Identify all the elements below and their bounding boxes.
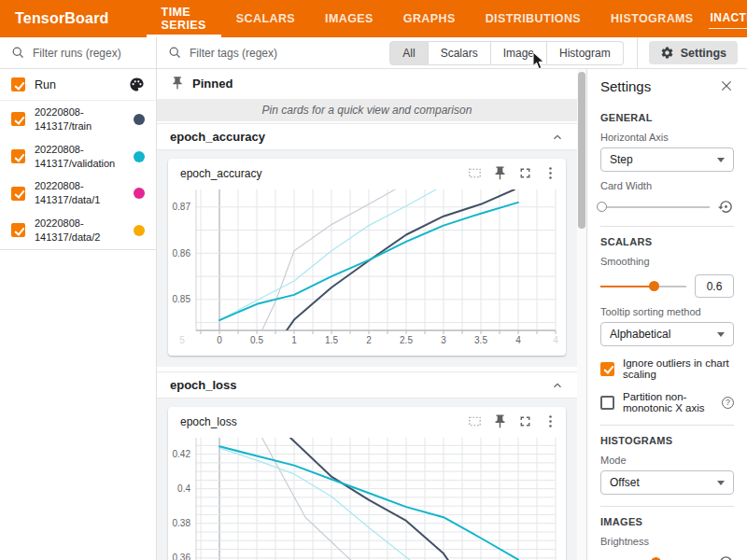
- run-checkbox[interactable]: [11, 187, 25, 201]
- svg-text:0.85: 0.85: [173, 294, 191, 304]
- run-row-validation[interactable]: 20220808-141317/validation: [0, 138, 156, 175]
- brightness-slider[interactable]: [600, 556, 710, 560]
- tab-time-series[interactable]: TIME SERIES: [147, 0, 221, 37]
- svg-text:3: 3: [441, 335, 446, 345]
- pinned-title: Pinned: [192, 77, 233, 91]
- section-body-epoch-loss: epoch_loss 00.511.522.533.540.360.380.40…: [157, 399, 577, 560]
- app-bar: TensorBoard TIME SERIES SCALARS IMAGES G…: [0, 0, 747, 37]
- pinned-header: Pinned: [157, 69, 577, 97]
- vertical-scrollbar[interactable]: [577, 69, 586, 560]
- svg-text:0.5: 0.5: [250, 335, 263, 345]
- more-options-icon[interactable]: [543, 165, 558, 181]
- settings-section-general: GENERAL Horizontal Axis Step Card Width: [600, 103, 734, 226]
- filter-tags-input[interactable]: Filter tags (regex): [168, 46, 389, 60]
- search-icon: [168, 46, 182, 60]
- svg-text:1: 1: [291, 335, 297, 345]
- more-options-icon[interactable]: [543, 413, 558, 429]
- card-title: epoch_loss: [180, 415, 237, 428]
- search-icon: [11, 46, 25, 60]
- histogram-mode-select[interactable]: Offset: [600, 470, 734, 495]
- scrollbar-thumb[interactable]: [578, 72, 585, 229]
- run-checkbox[interactable]: [11, 112, 25, 126]
- section-header-epoch-accuracy[interactable]: epoch_accuracy: [157, 123, 577, 150]
- tab-histograms[interactable]: HISTOGRAMS: [596, 0, 709, 37]
- tooltip-sorting-select[interactable]: Alphabetical: [600, 322, 734, 346]
- smoothing-slider[interactable]: [600, 280, 686, 293]
- reset-icon[interactable]: [718, 199, 734, 215]
- svg-text:0.38: 0.38: [173, 518, 191, 528]
- chevron-up-icon[interactable]: [551, 379, 564, 392]
- pin-icon[interactable]: [492, 165, 508, 181]
- filter-tags-placeholder: Filter tags (regex): [190, 47, 277, 60]
- svg-text:5: 5: [179, 335, 185, 345]
- tab-graphs[interactable]: GRAPHS: [388, 0, 471, 37]
- run-name: 20220808-141317/data/1: [35, 179, 117, 207]
- svg-text:4: 4: [553, 335, 558, 345]
- tab-distributions[interactable]: DISTRIBUTIONS: [471, 0, 596, 37]
- card-title: epoch_accuracy: [180, 167, 261, 180]
- tag-filter-group: All Scalars Image Histogram: [389, 41, 623, 65]
- close-icon[interactable]: [719, 78, 734, 93]
- reset-icon[interactable]: [718, 554, 734, 560]
- palette-icon[interactable]: [129, 77, 145, 92]
- data-domain-icon[interactable]: [467, 165, 483, 181]
- settings-button[interactable]: Settings: [649, 41, 738, 64]
- settings-panel-title: Settings: [600, 78, 651, 94]
- gear-icon: [660, 46, 674, 60]
- run-master-checkbox[interactable]: [11, 77, 25, 91]
- run-row-data1[interactable]: 20220808-141317/data/1: [0, 175, 156, 212]
- run-checkbox[interactable]: [11, 149, 25, 163]
- filter-all-button[interactable]: All: [389, 41, 428, 65]
- epoch-accuracy-chart[interactable]: 500.511.522.533.5440.850.860.87: [168, 185, 566, 348]
- run-name: 20220808-141317/train: [35, 105, 117, 133]
- reload-status-dropdown[interactable]: INACTIVE: [709, 8, 747, 29]
- divider: [637, 37, 638, 69]
- horizontal-axis-select[interactable]: Step: [600, 147, 734, 172]
- chevron-up-icon[interactable]: [551, 131, 564, 144]
- data-domain-icon[interactable]: [467, 413, 483, 429]
- pin-hint-bar: Pin cards for a quick view and compariso…: [157, 99, 577, 121]
- cards-area: Pinned Pin cards for a quick view and co…: [157, 69, 577, 560]
- section-header-epoch-loss[interactable]: epoch_loss: [157, 371, 577, 399]
- run-row-train[interactable]: 20220808-141317/train: [0, 101, 156, 138]
- chevron-down-icon: [717, 332, 725, 337]
- filter-image-button[interactable]: Image: [491, 41, 547, 65]
- pin-icon: [170, 76, 185, 91]
- run-checkbox[interactable]: [11, 223, 25, 237]
- pin-icon[interactable]: [492, 413, 508, 429]
- filter-runs-input[interactable]: Filter runs (regex): [0, 37, 156, 69]
- run-color-dot: [134, 114, 145, 125]
- run-name: 20220808-141317/validation: [35, 143, 117, 171]
- scalar-card-epoch-loss: epoch_loss 00.511.522.533.540.360.380.40…: [168, 407, 566, 560]
- partition-x-axis-checkbox[interactable]: [600, 396, 614, 410]
- card-width-slider[interactable]: [600, 201, 710, 214]
- svg-text:0.42: 0.42: [173, 449, 191, 459]
- top-nav-tabs: TIME SERIES SCALARS IMAGES GRAPHS DISTRI…: [147, 0, 709, 37]
- smoothing-value-input[interactable]: 0.6: [695, 274, 734, 298]
- section-body-epoch-accuracy: epoch_accuracy 500.511.522.533.5440.850.…: [157, 150, 577, 367]
- settings-section-scalars: SCALARS Smoothing 0.6 Tooltip sorting me…: [600, 226, 734, 425]
- chevron-down-icon: [717, 158, 725, 162]
- svg-text:0.87: 0.87: [173, 202, 191, 212]
- epoch-loss-chart[interactable]: 00.511.522.533.540.360.380.40.42: [168, 433, 566, 560]
- filter-histogram-button[interactable]: Histogram: [547, 41, 624, 65]
- tab-images[interactable]: IMAGES: [310, 0, 388, 37]
- filter-runs-placeholder: Filter runs (regex): [33, 47, 121, 60]
- tab-scalars[interactable]: SCALARS: [221, 0, 310, 37]
- help-icon[interactable]: ?: [722, 397, 734, 409]
- run-color-dot: [134, 188, 145, 199]
- settings-button-label: Settings: [681, 47, 726, 60]
- svg-text:0.86: 0.86: [173, 248, 191, 259]
- svg-text:0: 0: [217, 335, 222, 345]
- fullscreen-icon[interactable]: [517, 413, 533, 429]
- run-master-row: Run: [0, 69, 156, 101]
- svg-text:1.5: 1.5: [325, 335, 338, 345]
- run-row-data2[interactable]: 20220808-141317/data/2: [0, 212, 156, 249]
- ignore-outliers-checkbox[interactable]: [600, 362, 614, 376]
- scalar-card-epoch-accuracy: epoch_accuracy 500.511.522.533.5440.850.…: [168, 159, 566, 356]
- svg-text:4: 4: [515, 335, 521, 345]
- runs-list: 20220808-141317/train 20220808-141317/va…: [0, 101, 156, 250]
- run-color-dot: [134, 151, 145, 162]
- filter-scalars-button[interactable]: Scalars: [429, 41, 491, 65]
- fullscreen-icon[interactable]: [517, 165, 533, 181]
